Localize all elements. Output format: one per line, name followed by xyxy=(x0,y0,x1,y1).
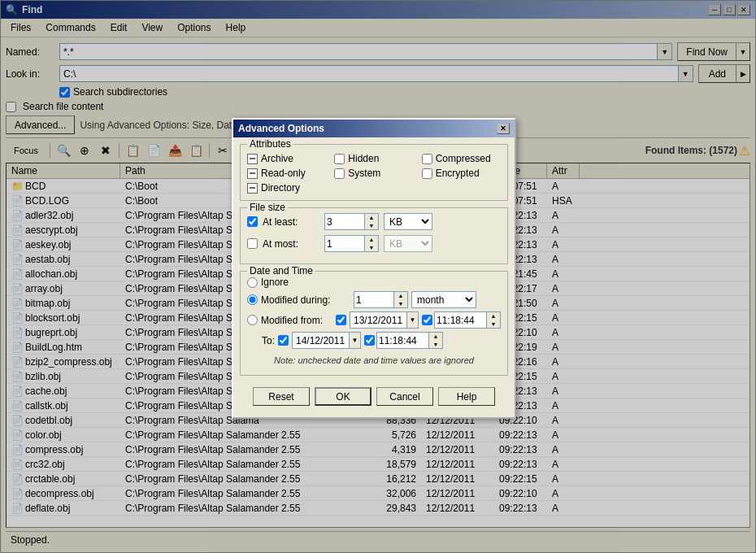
at-most-unit-select[interactable]: KB xyxy=(384,235,432,252)
at-most-spin-down[interactable]: ▼ xyxy=(365,244,378,252)
to-label: To: xyxy=(262,335,275,346)
help-button[interactable]: Help xyxy=(438,387,495,406)
at-least-spin-up[interactable]: ▲ xyxy=(365,214,378,222)
at-least-spin-down[interactable]: ▼ xyxy=(365,222,378,230)
dialog-buttons: Reset OK Cancel Help xyxy=(240,382,508,411)
to-time-spin: ▲ ▼ xyxy=(376,332,443,349)
system-checkbox[interactable] xyxy=(334,168,345,179)
to-time-spin-arrows: ▲ ▼ xyxy=(429,332,443,349)
encrypted-label: Encrypted xyxy=(436,168,480,179)
archive-checkbox[interactable] xyxy=(247,154,258,164)
modified-from-row: Modified from: ▼ ▲ xyxy=(247,311,501,329)
from-time-spin: ▲ ▼ xyxy=(434,311,501,329)
date-time-label: Date and Time xyxy=(247,265,315,276)
at-most-spin-up[interactable]: ▲ xyxy=(365,236,378,244)
attr-encrypted: Encrypted xyxy=(422,168,501,179)
at-most-spin: ▲ ▼ xyxy=(324,235,379,252)
ignore-radio[interactable] xyxy=(247,277,258,288)
attr-compressed: Compressed xyxy=(422,153,501,164)
from-date-wrapper: ▼ xyxy=(350,311,419,329)
modified-during-label: Modified during: xyxy=(261,294,350,306)
attr-hidden: Hidden xyxy=(334,153,413,164)
ok-button[interactable]: OK xyxy=(315,387,371,406)
system-label: System xyxy=(348,168,380,179)
ignore-label: Ignore xyxy=(261,276,350,288)
attributes-group: Attributes Archive Hidden Compressed xyxy=(240,144,508,201)
to-date-wrapper: ▼ xyxy=(292,332,361,349)
at-least-checkbox[interactable] xyxy=(247,216,258,227)
attr-system: System xyxy=(334,168,413,179)
dialog-content: Attributes Archive Hidden Compressed xyxy=(233,137,515,417)
to-date-checkbox[interactable] xyxy=(278,335,289,346)
attributes-label: Attributes xyxy=(247,138,293,150)
modified-during-spin-up[interactable]: ▲ xyxy=(394,292,407,300)
to-row: To: ▼ ▲ ▼ xyxy=(247,332,501,349)
attr-readonly: Read-only xyxy=(247,168,326,179)
from-time-checkbox[interactable] xyxy=(422,315,432,325)
date-time-note: Note: unchecked date and time values are… xyxy=(247,352,501,368)
from-date-input[interactable] xyxy=(350,311,407,329)
dialog-title: Advanced Options xyxy=(238,123,324,134)
modified-from-radio[interactable] xyxy=(247,315,258,325)
at-least-label: At least: xyxy=(263,216,319,228)
from-time-input[interactable] xyxy=(434,311,487,329)
dialog-close-button[interactable]: ✕ xyxy=(497,123,510,134)
modified-during-radio[interactable] xyxy=(247,294,258,305)
to-time-spin-down[interactable]: ▼ xyxy=(429,341,442,349)
attr-directory: Directory xyxy=(247,182,326,194)
compressed-checkbox[interactable] xyxy=(422,154,432,164)
directory-label: Directory xyxy=(261,182,300,194)
to-time-checkbox[interactable] xyxy=(364,335,375,346)
at-least-row: At least: ▲ ▼ KB MB B xyxy=(247,213,501,230)
at-least-spin-arrows: ▲ ▼ xyxy=(365,213,379,230)
at-most-checkbox[interactable] xyxy=(247,238,258,249)
modified-from-label: Modified from: xyxy=(261,315,332,326)
advanced-dialog: Advanced Options ✕ Attributes Archive Hi… xyxy=(232,118,516,419)
dialog-overlay: Advanced Options ✕ Attributes Archive Hi… xyxy=(0,0,756,553)
attributes-grid: Archive Hidden Compressed Read-only xyxy=(247,150,501,194)
directory-checkbox[interactable] xyxy=(247,183,258,194)
archive-label: Archive xyxy=(261,153,293,164)
at-most-spin-arrows: ▲ ▼ xyxy=(365,235,379,252)
attr-archive: Archive xyxy=(247,153,326,164)
from-date-checkbox[interactable] xyxy=(336,315,346,325)
modified-during-spin-arrows: ▲ ▼ xyxy=(394,291,408,308)
compressed-label: Compressed xyxy=(436,153,491,164)
ignore-row: Ignore xyxy=(247,276,501,288)
from-time-spin-up[interactable]: ▲ xyxy=(487,312,500,320)
dialog-title-bar: Advanced Options ✕ xyxy=(233,120,515,137)
modified-during-unit-select[interactable]: month day week year xyxy=(411,291,476,308)
hidden-checkbox[interactable] xyxy=(334,154,345,164)
at-least-spin: ▲ ▼ xyxy=(324,213,379,230)
from-date-arrow[interactable]: ▼ xyxy=(407,311,419,329)
to-date-arrow[interactable]: ▼ xyxy=(350,332,361,349)
at-least-value-input[interactable] xyxy=(324,213,365,230)
to-time-input[interactable] xyxy=(376,332,429,349)
from-time-spin-down[interactable]: ▼ xyxy=(487,320,500,329)
modified-during-spin-down[interactable]: ▼ xyxy=(394,300,407,308)
modified-during-value-input[interactable] xyxy=(354,291,394,308)
cancel-button[interactable]: Cancel xyxy=(376,387,433,406)
date-time-group: Date and Time Ignore Modified during: ▲ … xyxy=(240,271,508,376)
at-most-label: At most: xyxy=(263,238,319,250)
to-time-spin-up[interactable]: ▲ xyxy=(429,333,442,341)
readonly-checkbox[interactable] xyxy=(247,168,258,179)
file-size-label: File size xyxy=(247,202,288,213)
modified-during-row: Modified during: ▲ ▼ month day week year xyxy=(247,291,501,308)
encrypted-checkbox[interactable] xyxy=(422,168,432,179)
at-most-value-input[interactable] xyxy=(324,235,365,252)
at-least-unit-select[interactable]: KB MB B xyxy=(384,213,432,230)
readonly-label: Read-only xyxy=(261,168,306,179)
from-time-spin-arrows: ▲ ▼ xyxy=(487,311,501,329)
at-most-row: At most: ▲ ▼ KB xyxy=(247,235,501,252)
modified-during-spin: ▲ ▼ xyxy=(354,291,408,308)
hidden-label: Hidden xyxy=(348,153,379,164)
reset-button[interactable]: Reset xyxy=(253,387,310,406)
file-size-group: File size At least: ▲ ▼ KB MB B xyxy=(240,207,508,264)
to-date-input[interactable] xyxy=(292,332,350,349)
